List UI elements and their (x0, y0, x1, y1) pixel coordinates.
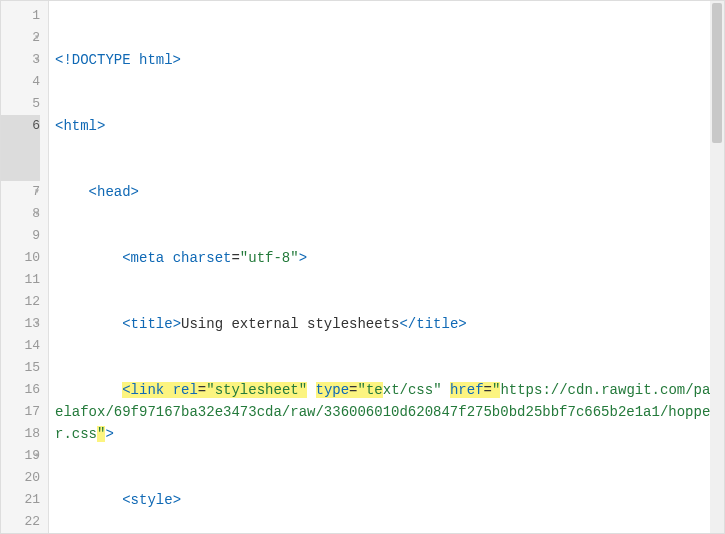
fold-icon[interactable]: ▾ (32, 27, 42, 49)
line-number: 12 (1, 291, 40, 313)
line-number: 15 (1, 357, 40, 379)
line-number: 20 (1, 467, 40, 489)
code-line[interactable]: <title>Using external stylesheets</title… (55, 313, 724, 335)
line-number: 18 (1, 423, 40, 445)
line-number: 8▾ (1, 203, 40, 225)
code-line[interactable]: <!DOCTYPE html> (55, 49, 724, 71)
vertical-scrollbar[interactable] (710, 1, 724, 533)
line-number: 5 (1, 93, 40, 115)
line-number: 10 (1, 247, 40, 269)
line-number: 1 (1, 5, 40, 27)
code-line[interactable]: <head> (55, 181, 724, 203)
line-number-gutter: 1 2▾ 3▾ 4 5 6 7▾ 8▾ 9 10 11 12 13▾ 14 15… (1, 1, 49, 533)
line-number: 9 (1, 225, 40, 247)
line-number: 16 (1, 379, 40, 401)
fold-icon[interactable]: ▾ (32, 181, 42, 203)
line-number: 4 (1, 71, 40, 93)
line-number: 22 (1, 511, 40, 533)
fold-icon[interactable]: ▾ (32, 203, 42, 225)
fold-icon[interactable]: ▾ (32, 49, 42, 71)
line-number: 7▾ (1, 181, 40, 203)
code-area[interactable]: <!DOCTYPE html> <html> <head> <meta char… (49, 1, 724, 533)
code-editor[interactable]: 1 2▾ 3▾ 4 5 6 7▾ 8▾ 9 10 11 12 13▾ 14 15… (1, 1, 724, 533)
code-line[interactable]: <style> (55, 489, 724, 511)
line-number: 11 (1, 269, 40, 291)
code-line-highlighted[interactable]: <link rel="stylesheet" type="text/css" h… (55, 379, 724, 445)
line-number: 3▾ (1, 49, 40, 71)
line-number: 14 (1, 335, 40, 357)
scrollbar-thumb[interactable] (712, 3, 722, 143)
line-number: 21 (1, 489, 40, 511)
code-line[interactable]: <html> (55, 115, 724, 137)
fold-icon[interactable]: ▾ (32, 313, 42, 335)
line-number: 2▾ (1, 27, 40, 49)
code-line[interactable]: <meta charset="utf-8"> (55, 247, 724, 269)
fold-icon[interactable]: ▾ (32, 445, 42, 467)
line-number: 19▾ (1, 445, 40, 467)
line-number: 17 (1, 401, 40, 423)
line-number: 13▾ (1, 313, 40, 335)
line-number-active: 6 (1, 115, 40, 181)
